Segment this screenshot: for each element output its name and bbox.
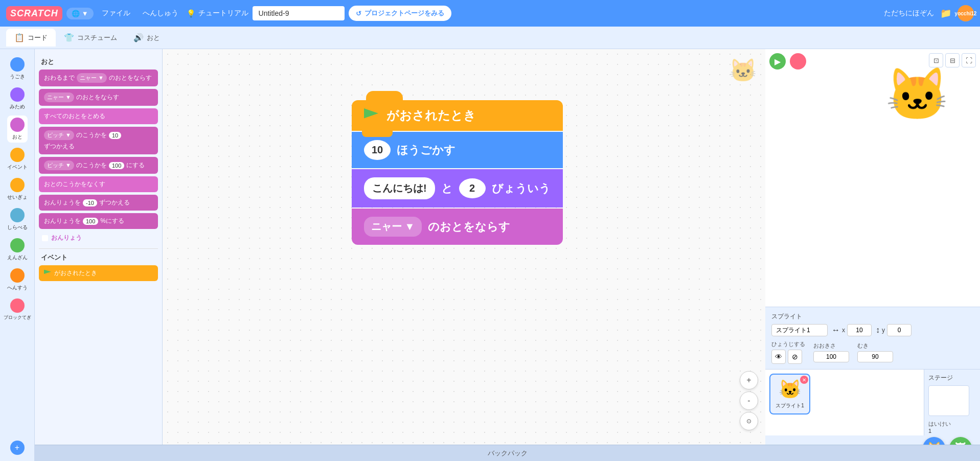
block-sound-dropdown-2[interactable]: ニャー ▼: [44, 93, 74, 102]
sprite-info-panel: スプライト ↔ x ↕ y ひょうじする 👁: [765, 307, 980, 369]
save-label: ただちにほぞん: [884, 9, 934, 18]
sprite-controls: ↔ x ↕ y: [771, 324, 974, 336]
sidebar-label-shiraberu: しらべる: [7, 224, 28, 231]
zoom-in-button[interactable]: +: [740, 371, 758, 389]
sidebar-item-seigyo[interactable]: せいぎょ: [4, 176, 31, 203]
mitate-dot: [10, 87, 25, 102]
shiraberu-dot: [10, 208, 25, 222]
scratch-logo: SCRATCH: [6, 6, 62, 21]
block-effect-dropdown-2[interactable]: ピッチ ▼: [44, 160, 74, 170]
sidebar-label-hensuu: へんすう: [7, 284, 28, 291]
main-layout: うごき みため おと イベント せいぎょ しらべる えんざん へんすう: [0, 49, 980, 461]
user-avatar[interactable]: yocchi12: [958, 5, 974, 21]
visibility-group: ひょうじする 👁 ⊘: [771, 340, 805, 364]
project-page-button[interactable]: ↺ プロジェクトページをみる: [349, 6, 451, 21]
stage-column-label: ステージ: [928, 374, 976, 382]
blocks-category-title: おと: [41, 57, 158, 66]
sidebar-item-shiraberu[interactable]: しらべる: [4, 206, 31, 233]
zoom-out-button[interactable]: -: [740, 391, 758, 410]
hat-block-container: がおされたとき: [352, 100, 563, 131]
visibility-label: ひょうじする: [771, 340, 805, 348]
remix-icon: ↺: [356, 10, 361, 17]
sprite-x-input[interactable]: [847, 324, 872, 336]
lightbulb-icon: 💡: [187, 9, 195, 17]
block-effect-dropdown-1[interactable]: ピッチ ▼: [44, 130, 74, 140]
size-input[interactable]: [813, 351, 849, 362]
seigyo-dot: [10, 178, 25, 192]
sound-name-dropdown[interactable]: ニャー ▼: [364, 217, 422, 237]
sprite-thumb-1[interactable]: ✕ 🐱 スプライト1: [769, 374, 810, 414]
block-clear-sound-effects[interactable]: おとのこうかをなくす: [39, 176, 158, 192]
block-volume-reporter[interactable]: おんりょう: [39, 232, 158, 244]
backpack-label: バックパック: [488, 449, 528, 458]
green-flag-button[interactable]: ▶: [769, 53, 786, 70]
when-flag-clicked-block[interactable]: がおされたとき: [352, 100, 563, 131]
direction-input[interactable]: [857, 351, 893, 362]
folder-icon[interactable]: 📁: [940, 8, 951, 19]
sprite-delete-button[interactable]: ✕: [800, 376, 808, 384]
direction-label: むき: [857, 342, 893, 350]
block-set-volume-to[interactable]: おんりょうを 100 %にする: [39, 213, 158, 229]
stop-button[interactable]: [790, 53, 806, 70]
canvas-controls: + - ⊙: [740, 371, 758, 430]
stage-play-controls: ▶: [769, 53, 806, 70]
costume-icon: 👕: [64, 33, 74, 42]
ugoki-dot: [10, 57, 25, 72]
edit-menu-button[interactable]: へんしゅう: [139, 7, 183, 20]
hide-button[interactable]: ⊘: [788, 350, 802, 364]
sound-icon-tab: 🔊: [133, 33, 144, 42]
sidebar-item-event[interactable]: イベント: [4, 146, 31, 173]
direction-group: むき: [857, 342, 893, 362]
sprite-cat-icon: 🐱: [779, 379, 802, 400]
enzan-dot: [10, 238, 25, 252]
sidebar-label-oto: おと: [12, 133, 22, 141]
sidebar-item-block-define[interactable]: ブロックてぎ: [1, 296, 34, 323]
oto-dot: [10, 118, 25, 132]
backpack-bar[interactable]: バックパック: [35, 445, 980, 461]
globe-arrow-icon: ▼: [82, 10, 88, 17]
say-for-secs-block[interactable]: こんにちは! と 2 びょういう: [352, 169, 563, 208]
y-arrow-icon: ↕: [876, 326, 880, 335]
block-sound-dropdown-1[interactable]: ニャー ▼: [77, 73, 107, 83]
stage-view: ▶ ⊡ ⊟ ⛶ 🐱: [765, 49, 980, 307]
tab-code[interactable]: 📋 コード: [6, 29, 56, 47]
sprite-y-input[interactable]: [887, 324, 911, 336]
stage-fullscreen-button[interactable]: ⛶: [962, 53, 976, 67]
sidebar-item-oto[interactable]: おと: [7, 116, 28, 143]
canvas-area[interactable]: 🐱 がおされたとき 10 ほうごかす こんにちは! と 2 びょう: [163, 49, 765, 461]
file-menu-button[interactable]: ファイル: [98, 7, 134, 20]
size-group: おおきさ: [813, 342, 849, 362]
block-change-pitch-by[interactable]: ピッチ ▼ のこうかを 10 ずつかえる: [39, 127, 158, 154]
sprite-thumb-label: スプライト1: [776, 402, 804, 409]
move-steps-block[interactable]: 10 ほうごかす: [352, 132, 563, 168]
tab-costume[interactable]: 👕 コスチューム: [56, 29, 125, 47]
sidebar-item-enzan[interactable]: えんざん: [4, 236, 31, 263]
block-stop-all-sounds[interactable]: すべてのおとをとめる: [39, 108, 158, 124]
tutorial-button[interactable]: 💡 チュートリアル: [187, 9, 248, 18]
block-set-pitch-to[interactable]: ピッチ ▼ のこうかを 100 にする: [39, 157, 158, 174]
globe-button[interactable]: 🌐 ▼: [66, 8, 94, 19]
hensuu-dot: [10, 268, 25, 283]
top-navigation: SCRATCH 🌐 ▼ ファイル へんしゅう 💡 チュートリアル ↺ プロジェク…: [0, 0, 980, 27]
block-play-until-done[interactable]: おわるまで ニャー ▼ のおとをならす: [39, 70, 158, 86]
tab-sound[interactable]: 🔊 おと: [125, 29, 168, 47]
sidebar-label-block-define: ブロックてぎ: [4, 314, 31, 321]
zoom-reset-button[interactable]: ⊙: [740, 412, 758, 430]
sidebar-extensions-button[interactable]: +: [7, 439, 28, 457]
block-play-sound[interactable]: ニャー ▼ のおとをならす: [39, 89, 158, 106]
stage-sprite: 🐱: [885, 64, 949, 125]
sidebar-item-hensuu[interactable]: へんすう: [4, 266, 31, 293]
sidebar-item-mitate[interactable]: みため: [7, 85, 28, 112]
block-change-volume-by[interactable]: おんりょうを -10 ずつかえる: [39, 195, 158, 211]
script-blocks: がおされたとき 10 ほうごかす こんにちは! と 2 びょういう ニャー ▼ …: [352, 100, 563, 245]
background-count-label: はいけい: [928, 420, 976, 428]
block-when-flag-clicked[interactable]: がおされたとき: [39, 265, 158, 281]
y-label: y: [882, 327, 885, 334]
canvas-cat-thumbnail: 🐱: [729, 57, 757, 84]
sidebar-item-ugoki[interactable]: うごき: [7, 55, 28, 82]
project-title-input[interactable]: [253, 6, 345, 20]
volume-checkbox[interactable]: [42, 235, 48, 241]
play-sound-block[interactable]: ニャー ▼ のおとをならす: [352, 209, 563, 245]
sprite-name-input[interactable]: [771, 324, 828, 336]
show-button[interactable]: 👁: [771, 350, 786, 364]
